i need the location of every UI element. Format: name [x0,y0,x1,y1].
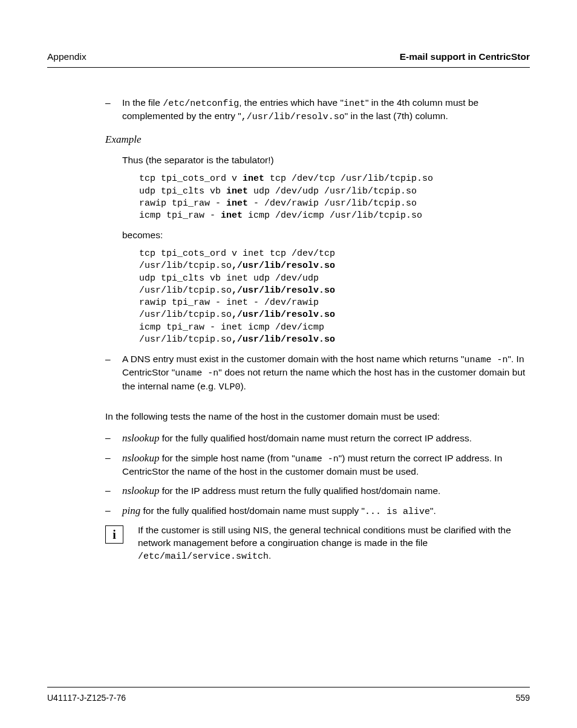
header-left: Appendix [47,51,86,63]
info-text: If the customer is still using NIS, the … [138,524,530,563]
info-box: i If the customer is still using NIS, th… [105,524,530,563]
list-item: –nslookup for the fully qualified host/d… [105,432,530,446]
bullet-netconfig: – In the file /etc/netconfig, the entrie… [105,97,530,124]
page-footer: U41117-J-Z125-7-76 559 [47,687,530,704]
list-item: –nslookup for the simple host name (from… [105,452,530,478]
bullet-dash: – [105,353,122,394]
tests-list: –nslookup for the fully qualified host/d… [105,432,530,518]
footer-right: 559 [516,692,530,704]
bullet-dns: – A DNS entry must exist in the customer… [105,353,530,394]
footer-left: U41117-J-Z125-7-76 [47,692,126,704]
bullet-text: A DNS entry must exist in the customer d… [122,353,530,394]
header-right: E-mail support in CentricStor [400,51,530,63]
list-item: –ping for the fully qualified host/domai… [105,504,530,518]
example-label: Example [105,133,530,147]
info-icon: i [105,525,123,544]
page-header: Appendix E-mail support in CentricStor [47,51,530,68]
bullet-text: In the file /etc/netconfig, the entries … [122,97,530,124]
thus-line: Thus (the separator is the tabulator!) [122,154,530,167]
content: – In the file /etc/netconfig, the entrie… [47,97,530,563]
page: Appendix E-mail support in CentricStor –… [0,0,577,728]
code-block-before: tcp tpi_cots_ord v inet tcp /dev/tcp /us… [139,173,530,222]
list-item: –nslookup for the IP address must return… [105,484,530,498]
tests-intro: In the following tests the name of the h… [105,411,530,423]
becomes-label: becomes: [122,229,530,242]
code-block-after: tcp tpi_cots_ord v inet tcp /dev/tcp/usr… [139,248,530,346]
bullet-dash: – [105,97,122,124]
